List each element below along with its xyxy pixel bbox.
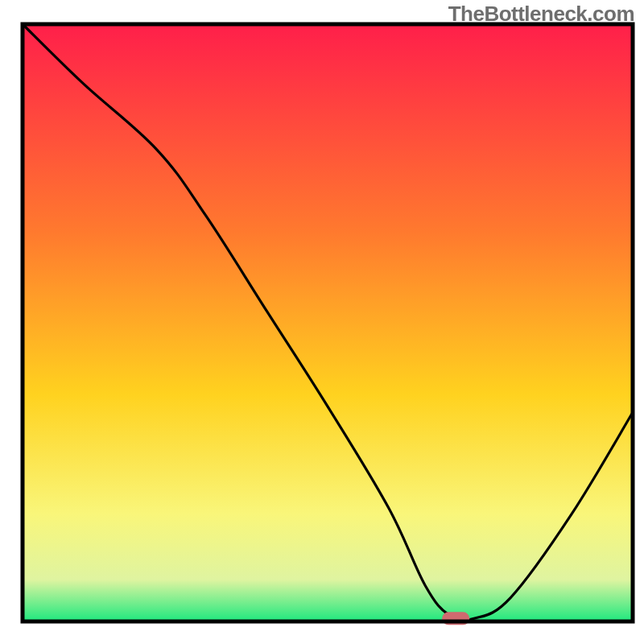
bottleneck-chart: TheBottleneck.com bbox=[0, 0, 644, 644]
watermark-text: TheBottleneck.com bbox=[448, 2, 634, 27]
gradient-background bbox=[23, 24, 633, 621]
plot-svg bbox=[0, 0, 644, 644]
